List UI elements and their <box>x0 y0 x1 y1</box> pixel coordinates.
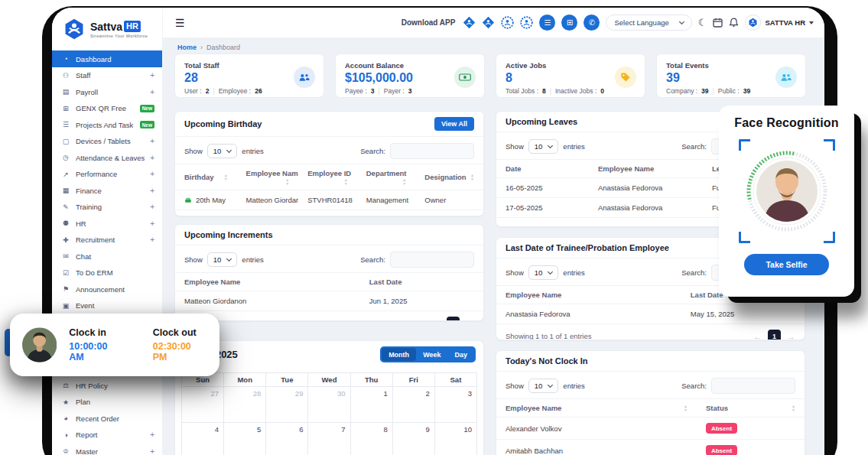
sidebar-item-genx-qr[interactable]: ⊞GENX QR FreeNew <box>52 100 162 117</box>
take-selfie-button[interactable]: Take Selfie <box>744 254 828 275</box>
stat-total-events[interactable]: Total Events 39 Company :39|Public :39 <box>656 54 806 98</box>
table-row[interactable]: 20th May Matteon Giordanon STVHR01418 Ma… <box>175 190 483 210</box>
column-header[interactable]: Employee ID <box>298 164 357 190</box>
calendar-day[interactable]: 28 <box>224 387 266 423</box>
calendar-day[interactable]: 4 <box>182 423 224 455</box>
expand-plus-icon[interactable]: + <box>150 88 154 96</box>
prev-page-icon[interactable]: ← <box>432 319 441 322</box>
language-select[interactable]: Select Language <box>606 15 691 31</box>
stat-total-staff[interactable]: Total Staff 28 User :2|Employee :26 <box>174 54 324 98</box>
sidebar-item-todo-erm[interactable]: ☑To Do ERM <box>52 265 162 281</box>
search-input[interactable] <box>711 378 795 394</box>
calendar-day[interactable]: 29 <box>266 387 308 423</box>
sidebar-item-hr-policy[interactable]: ⚖HR Policy <box>52 378 162 395</box>
sidebar-item-hr[interactable]: ⚉HR+ <box>52 216 162 232</box>
view-month-button[interactable]: Month <box>382 348 416 361</box>
column-header[interactable]: Designation <box>415 164 483 190</box>
expand-plus-icon[interactable]: + <box>150 137 154 145</box>
sidebar-item-projects-tasks[interactable]: ☰Projects And TasksNew <box>52 117 162 134</box>
stat-active-jobs[interactable]: Active Jobs 8 Total Jobs :8|Inactive Job… <box>496 54 645 98</box>
column-header[interactable]: Date <box>496 160 589 178</box>
sidebar-item-recruitment[interactable]: ✚Recruitment+ <box>52 232 162 249</box>
calendar-day[interactable]: 30 <box>308 387 350 423</box>
face-app-icon[interactable] <box>501 16 514 29</box>
page-size-select[interactable]: 10 <box>528 379 559 393</box>
face-app-icon-2[interactable] <box>520 16 533 29</box>
column-header[interactable]: Status <box>697 399 805 418</box>
expand-plus-icon[interactable]: + <box>150 203 154 211</box>
account-menu[interactable]: SATTVA HR <box>745 15 814 31</box>
sidebar-item-event[interactable]: ▣Event <box>52 297 162 314</box>
column-header[interactable]: Employee Name <box>237 164 299 190</box>
column-header[interactable]: Employee Name <box>496 399 697 418</box>
sidebar-item-devices[interactable]: ▢Devices / Tablets+ <box>52 133 162 150</box>
support-headset-icon[interactable]: ✆ <box>584 15 600 31</box>
page-number[interactable]: 1 <box>768 330 781 340</box>
brand-logo[interactable]: SattvaHR Streamline Your Workforce <box>52 8 162 47</box>
calendar-day[interactable]: 9 <box>392 423 434 455</box>
sidebar-item-staff[interactable]: ⚇Staff+ <box>52 67 162 84</box>
sidebar-item-dashboard[interactable]: ◔Dashboard <box>52 50 162 67</box>
table-row[interactable]: Alexander VolkovAbsent <box>496 418 805 440</box>
calendar-day[interactable]: 27 <box>182 387 224 423</box>
calendar-day[interactable]: 10 <box>434 423 476 455</box>
search-input[interactable] <box>390 252 474 268</box>
expand-plus-icon[interactable]: + <box>150 219 154 228</box>
sidebar-item-performance[interactable]: ↗Performance+ <box>52 166 162 183</box>
calendar-day[interactable]: 7 <box>308 423 350 455</box>
column-header[interactable]: Employee Name <box>496 286 681 304</box>
page-size-select[interactable]: 10 <box>207 144 238 158</box>
view-all-button[interactable]: View All <box>434 117 474 131</box>
table-row[interactable]: Anastasia FedorovaMay 15, 2025 <box>496 304 805 324</box>
playstore-app-icon[interactable] <box>463 16 476 29</box>
search-input[interactable] <box>390 143 474 159</box>
menu-toggle-icon[interactable]: ☰ <box>175 17 185 29</box>
view-day-button[interactable]: Day <box>447 348 474 361</box>
calendar-day[interactable]: 3 <box>434 387 476 423</box>
expand-plus-icon[interactable]: + <box>150 187 154 195</box>
column-header[interactable]: Employee Name <box>589 160 703 178</box>
sidebar-item-recent-order[interactable]: ◕Recent Order <box>52 411 162 427</box>
sidebar-item-report[interactable]: ◑Report+ <box>52 427 162 444</box>
page-number[interactable]: 1 <box>447 317 460 321</box>
sidebar-item-chat[interactable]: ✉Chat <box>52 249 162 265</box>
calendar-day[interactable]: 6 <box>266 423 308 455</box>
sidebar-item-master[interactable]: ♔Master+ <box>52 444 162 455</box>
calendar-day[interactable]: 1 <box>350 387 392 423</box>
apps-grid-icon[interactable]: ⊞ <box>561 15 577 31</box>
next-page-icon[interactable]: → <box>787 332 795 341</box>
page-size-select[interactable]: 10 <box>207 252 238 267</box>
appstore-app-icon[interactable] <box>482 16 495 29</box>
column-header[interactable]: Employee Name <box>175 273 360 291</box>
sidebar-item-finance[interactable]: ▦Finance+ <box>52 183 162 200</box>
expand-plus-icon[interactable]: + <box>150 71 154 80</box>
expand-plus-icon[interactable]: + <box>150 154 154 162</box>
expand-plus-icon[interactable]: + <box>150 431 154 439</box>
view-week-button[interactable]: Week <box>416 348 447 361</box>
expand-plus-icon[interactable]: + <box>150 447 154 455</box>
calendar-day[interactable]: 8 <box>350 423 392 455</box>
sidebar-item-payroll[interactable]: ▤Payroll+ <box>52 84 162 101</box>
sidebar-item-announcement[interactable]: ⚑Announcement <box>52 281 162 298</box>
calendar-day[interactable]: 5 <box>224 423 266 455</box>
sidebar-item-attendance[interactable]: ◷Attendance & Leaves+ <box>52 150 162 167</box>
breadcrumb-home[interactable]: Home <box>177 44 197 51</box>
expand-plus-icon[interactable]: + <box>150 170 154 178</box>
dark-mode-moon-icon[interactable]: ☾ <box>698 18 707 28</box>
table-row[interactable]: Amitabh BachhanAbsent <box>496 440 805 455</box>
sidebar-item-training[interactable]: ✎Training+ <box>52 199 162 216</box>
table-row[interactable]: Matteon GiordanonJun 1, 2025 <box>175 291 483 311</box>
page-size-select[interactable]: 10 <box>528 139 559 154</box>
column-header[interactable]: Department <box>357 164 416 190</box>
notification-bell-icon[interactable] <box>729 18 739 28</box>
calendar-day[interactable]: 2 <box>392 387 434 423</box>
expand-plus-icon[interactable]: + <box>150 236 154 244</box>
page-size-select[interactable]: 10 <box>528 265 559 280</box>
calendar-icon[interactable] <box>713 18 723 28</box>
stat-account-balance[interactable]: Account Balance $105,000.00 Payee :3|Pay… <box>335 54 485 98</box>
prev-page-icon[interactable]: ← <box>753 332 762 341</box>
column-header[interactable]: Birthday <box>175 164 237 190</box>
column-header[interactable]: Last Date <box>360 273 483 291</box>
next-page-icon[interactable]: → <box>466 319 474 322</box>
page-number[interactable]: 1 <box>447 216 460 216</box>
